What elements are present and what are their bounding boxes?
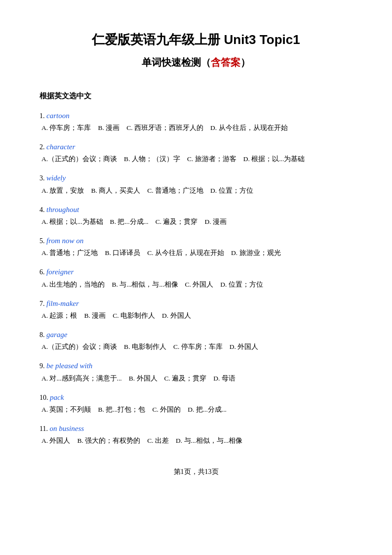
question-block: 9. be pleased withA. 对...感到高兴；满意于... B. … (39, 360, 353, 384)
question-options: A. 出生地的，当地的 B. 与...相似，与...相像 C. 外国人 D. 位… (39, 279, 353, 291)
question-block: 10. packA. 英国；不列颠 B. 把...打包；包 C. 外国的 D. … (39, 391, 353, 416)
questions-container: 1. cartoonA. 停车房；车库 B. 漫画 C. 西班牙语；西班牙人的 … (39, 110, 353, 447)
question-term-text: pack (50, 393, 64, 401)
question-term-text: throughout (46, 206, 79, 213)
question-options: A.（正式的）会议；商谈 B. 人物；（汉）字 C. 旅游者；游客 D. 根据；… (39, 154, 353, 165)
question-term-text: widely (46, 174, 66, 182)
question-term-text: foreigner (46, 268, 74, 276)
question-block: 11. on businessA. 外国人 B. 强大的；有权势的 C. 出差 … (39, 423, 353, 447)
page-footer: 第1页，共13页 (39, 467, 353, 477)
question-number: 1. (39, 112, 46, 120)
question-options: A. 根据；以...为基础 B. 把...分成... C. 遍及；贯穿 D. 漫… (39, 216, 353, 228)
main-title: 仁爱版英语九年级上册 Unit3 Topic1 (39, 30, 353, 50)
question-number: 5. (39, 237, 46, 245)
section-label: 根据英文选中文 (39, 90, 353, 102)
question-term-line: 4. throughout (39, 204, 353, 215)
question-number: 3. (39, 174, 46, 182)
question-block: 7. film-makerA. 起源；根 B. 漫画 C. 电影制作人 D. 外… (39, 298, 353, 322)
question-number: 8. (39, 331, 46, 339)
question-options: A. 停车房；车库 B. 漫画 C. 西班牙语；西班牙人的 D. 从今往后，从现… (39, 123, 353, 134)
question-term-text: on business (49, 425, 84, 432)
question-term-line: 3. widely (39, 172, 353, 184)
question-options: A. 起源；根 B. 漫画 C. 电影制作人 D. 外国人 (39, 310, 353, 322)
question-options: A. 放置，安放 B. 商人，买卖人 C. 普通地；广泛地 D. 位置；方位 (39, 185, 353, 197)
question-term-line: 6. foreigner (39, 266, 353, 278)
question-number: 9. (39, 362, 46, 370)
question-term-line: 8. garage (39, 329, 353, 341)
question-term-line: 5. from now on (39, 235, 353, 247)
question-block: 3. widelyA. 放置，安放 B. 商人，买卖人 C. 普通地；广泛地 D… (39, 172, 353, 196)
question-number: 11. (39, 425, 49, 432)
question-number: 4. (39, 206, 46, 213)
question-term-text: film-maker (46, 299, 79, 307)
sub-title-prefix: 单词快速检测（ (142, 57, 211, 68)
question-term-line: 7. film-maker (39, 298, 353, 309)
sub-title-red: 含答案 (211, 57, 240, 68)
question-term-text: character (46, 143, 75, 151)
question-term-line: 10. pack (39, 391, 353, 403)
question-options: A.（正式的）会议；商谈 B. 电影制作人 C. 停车房；车库 D. 外国人 (39, 342, 353, 353)
question-number: 6. (39, 268, 46, 276)
sub-title-suffix: ） (240, 57, 250, 68)
question-block: 8. garageA.（正式的）会议；商谈 B. 电影制作人 C. 停车房；车库… (39, 329, 353, 353)
question-block: 2. characterA.（正式的）会议；商谈 B. 人物；（汉）字 C. 旅… (39, 141, 353, 165)
question-number: 10. (39, 394, 50, 401)
question-term-text: be pleased with (46, 362, 92, 370)
question-term-text: garage (46, 331, 68, 339)
question-options: A. 外国人 B. 强大的；有权势的 C. 出差 D. 与...相似，与...相… (39, 435, 353, 447)
question-block: 1. cartoonA. 停车房；车库 B. 漫画 C. 西班牙语；西班牙人的 … (39, 110, 353, 134)
question-block: 4. throughoutA. 根据；以...为基础 B. 把...分成... … (39, 204, 353, 228)
question-block: 6. foreignerA. 出生地的，当地的 B. 与...相似，与...相像… (39, 266, 353, 290)
question-options: A. 普通地；广泛地 B. 口译译员 C. 从今往后，从现在开始 D. 旅游业；… (39, 248, 353, 259)
question-term-text: from now on (46, 237, 83, 245)
question-term-line: 11. on business (39, 423, 353, 434)
question-number: 7. (39, 300, 46, 307)
question-number: 2. (39, 143, 46, 151)
question-term-line: 9. be pleased with (39, 360, 353, 372)
question-options: A. 对...感到高兴；满意于... B. 外国人 C. 遍及；贯穿 D. 母语 (39, 373, 353, 384)
question-options: A. 英国；不列颠 B. 把...打包；包 C. 外国的 D. 把...分成..… (39, 404, 353, 416)
question-term-text: cartoon (46, 112, 70, 120)
question-term-line: 1. cartoon (39, 110, 353, 122)
question-block: 5. from now onA. 普通地；广泛地 B. 口译译员 C. 从今往后… (39, 235, 353, 259)
question-term-line: 2. character (39, 141, 353, 153)
sub-title: 单词快速检测（含答案） (39, 54, 353, 70)
